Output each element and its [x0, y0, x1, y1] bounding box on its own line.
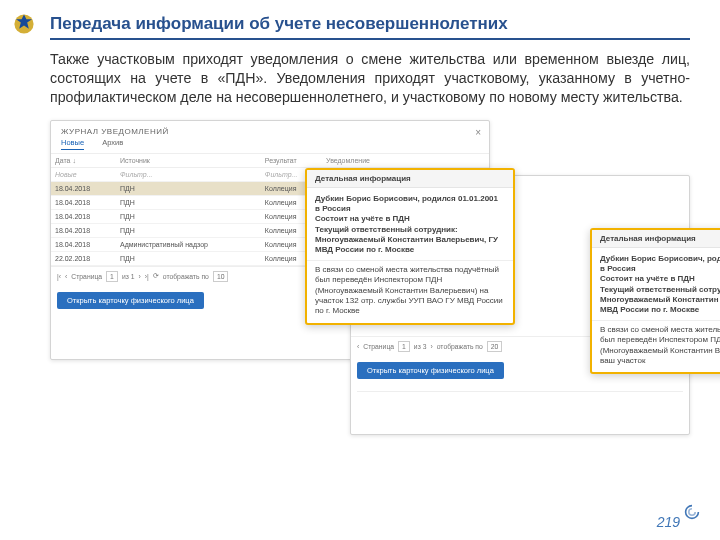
tab-new[interactable]: Новые — [61, 138, 84, 150]
filter-input[interactable]: Новые — [51, 167, 116, 181]
person-name: Дубкин Борис Борисович, родился 01.01.20… — [600, 254, 720, 275]
callout-title: Детальная информация — [307, 170, 513, 188]
open-card-button[interactable]: Открыть карточку физического лица — [57, 292, 204, 309]
screenshot-stage: × ЖУРНАЛ УВЕДОМЛЕНИЙ Новые Архив Дата ↓ … — [50, 120, 690, 450]
slide-title: Передача информации об учете несовершенн… — [50, 14, 690, 40]
callout-body: В связи со сменой места жительства подуч… — [315, 265, 505, 317]
slide-body: Также участковым приходят уведомления о … — [50, 50, 690, 108]
per-page-select[interactable]: 20 — [487, 341, 503, 352]
decorative-swirl-icon — [684, 504, 700, 520]
page-input[interactable]: 1 — [106, 271, 118, 282]
filter-input[interactable]: Фильтр... — [116, 167, 261, 181]
per-page-select[interactable]: 10 — [213, 271, 229, 282]
pager-first-icon[interactable]: |‹ — [57, 273, 61, 280]
emblem-icon — [8, 8, 40, 40]
person-name: Дубкин Борис Борисович, родился 01.01.20… — [315, 194, 505, 215]
col-result[interactable]: Результат — [261, 154, 322, 168]
journal-title: ЖУРНАЛ УВЕДОМЛЕНИЙ — [51, 121, 489, 138]
callout-body: В связи со сменой места жительства подуч… — [600, 325, 720, 367]
refresh-icon[interactable]: ⟳ — [153, 272, 159, 280]
pager-next-icon[interactable]: › — [138, 273, 140, 280]
pager-prev-icon[interactable]: ‹ — [357, 343, 359, 350]
col-source[interactable]: Источник — [116, 154, 261, 168]
tab-bar: Новые Архив — [51, 138, 489, 154]
col-notification[interactable]: Уведомление — [322, 154, 489, 168]
pager-prev-icon[interactable]: ‹ — [65, 273, 67, 280]
page-input[interactable]: 1 — [398, 341, 410, 352]
pager-next-icon[interactable]: › — [430, 343, 432, 350]
status-line: Состоит на учёте в ПДН — [315, 214, 505, 224]
pager-last-icon[interactable]: ›| — [145, 273, 149, 280]
close-icon[interactable]: × — [475, 127, 481, 138]
detail-callout: Детальная информация Дубкин Борис Борисо… — [590, 228, 720, 375]
open-card-button[interactable]: Открыть карточку физического лица — [357, 362, 504, 379]
detail-callout: Детальная информация Дубкин Борис Борисо… — [305, 168, 515, 325]
page-number: 219 — [657, 514, 680, 530]
callout-title: Детальная информация — [592, 230, 720, 248]
col-date[interactable]: Дата ↓ — [51, 154, 116, 168]
status-line: Состоит на учёте в ПДН — [600, 274, 720, 284]
tab-archive[interactable]: Архив — [102, 138, 123, 150]
